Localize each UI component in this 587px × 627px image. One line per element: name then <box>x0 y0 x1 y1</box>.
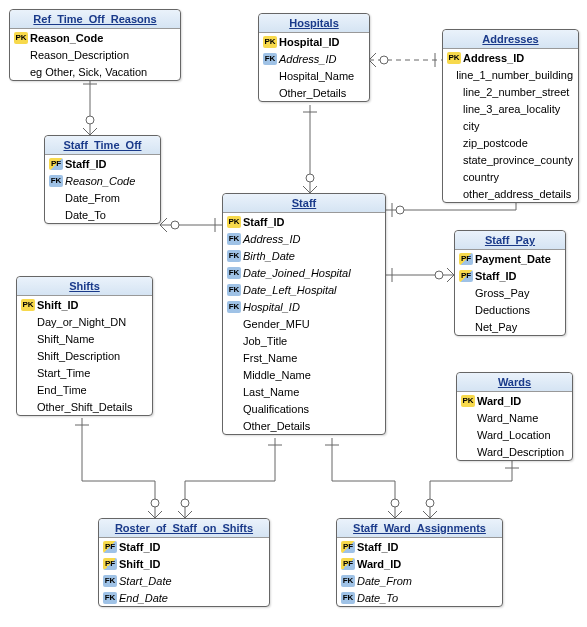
attribute-row: Job_Title <box>223 332 385 349</box>
attribute-row: PKWard_ID <box>457 392 572 409</box>
attribute-name: Ward_Location <box>477 429 567 441</box>
attribute-row: PFStaff_ID <box>99 538 269 555</box>
attribute-name: Ward_ID <box>477 395 567 407</box>
attribute-row: line_3_area_locality <box>443 100 578 117</box>
attribute-row: PKAddress_ID <box>443 49 578 66</box>
entity-staff[interactable]: StaffPKStaff_IDFKAddress_IDFKBirth_DateF… <box>222 193 386 435</box>
attribute-name: Reason_Code <box>65 175 155 187</box>
attribute-name: Job_Title <box>243 335 380 347</box>
svg-point-23 <box>181 499 189 507</box>
attribute-name: Date_Joined_Hospital <box>243 267 380 279</box>
attribute-name: country <box>463 171 573 183</box>
attribute-row: PFWard_ID <box>337 555 502 572</box>
attribute-row: FKAddress_ID <box>259 50 369 67</box>
attribute-row: FKEnd_Date <box>99 589 269 606</box>
attribute-row: FKStart_Date <box>99 572 269 589</box>
entity-staff-time-off[interactable]: Staff_Time_OffPFStaff_IDFKReason_CodeDat… <box>44 135 161 224</box>
attribute-row: FKReason_Code <box>45 172 160 189</box>
attribute-row: line_1_number_building <box>443 66 578 83</box>
entity-title: Shifts <box>17 277 152 296</box>
svg-point-2 <box>86 116 94 124</box>
attribute-row: End_Time <box>17 381 152 398</box>
attribute-row: Ward_Name <box>457 409 572 426</box>
attribute-name: Date_From <box>357 575 497 587</box>
entity-addresses[interactable]: AddressesPKAddress_IDline_1_number_build… <box>442 29 579 203</box>
entity-roster-of-staff-on-shifts[interactable]: Roster_of_Staff_on_ShiftsPFStaff_IDPFShi… <box>98 518 270 607</box>
attribute-row: PFStaff_ID <box>45 155 160 172</box>
entity-title: Ref_Time_Off_Reasons <box>10 10 180 29</box>
attribute-row: PFStaff_ID <box>455 267 565 284</box>
attribute-name: Hospital_Name <box>279 70 364 82</box>
attribute-name: Last_Name <box>243 386 380 398</box>
entity-title: Staff_Time_Off <box>45 136 160 155</box>
attribute-name: Ward_Name <box>477 412 567 424</box>
attribute-row: Shift_Name <box>17 330 152 347</box>
attribute-row: Last_Name <box>223 383 385 400</box>
attribute-name: state_province_county <box>463 154 573 166</box>
entity-staff-pay[interactable]: Staff_PayPFPayment_DatePFStaff_IDGross_P… <box>454 230 566 336</box>
svg-point-28 <box>151 499 159 507</box>
entity-ref-time-off-reasons[interactable]: Ref_Time_Off_ReasonsPKReason_CodeReason_… <box>9 9 181 81</box>
entity-staff-ward-assignments[interactable]: Staff_Ward_AssignmentsPFStaff_IDPFWard_I… <box>336 518 503 607</box>
attribute-name: Date_Left_Hospital <box>243 284 380 296</box>
attribute-row: Gross_Pay <box>455 284 565 301</box>
attribute-name: Qualifications <box>243 403 380 415</box>
attribute-name: Hospital_ID <box>279 36 364 48</box>
attribute-name: Deductions <box>475 304 560 316</box>
attribute-row: PKReason_Code <box>10 29 180 46</box>
attribute-name: Gross_Pay <box>475 287 560 299</box>
attribute-row: PFStaff_ID <box>337 538 502 555</box>
svg-point-12 <box>396 206 404 214</box>
attribute-row: Other_Shift_Details <box>17 398 152 415</box>
attribute-name: Address_ID <box>463 52 573 64</box>
attribute-row: PKShift_ID <box>17 296 152 313</box>
attribute-row: PFPayment_Date <box>455 250 565 267</box>
attribute-row: Other_Details <box>259 84 369 101</box>
attribute-row: Date_From <box>45 189 160 206</box>
entity-wards[interactable]: WardsPKWard_IDWard_NameWard_LocationWard… <box>456 372 573 461</box>
attribute-row: Deductions <box>455 301 565 318</box>
entity-hospitals[interactable]: HospitalsPKHospital_IDFKAddress_IDHospit… <box>258 13 370 102</box>
attribute-name: line_3_area_locality <box>463 103 573 115</box>
attribute-name: Hospital_ID <box>243 301 380 313</box>
attribute-name: Date_From <box>65 192 155 204</box>
attribute-name: Gender_MFU <box>243 318 380 330</box>
entity-title: Addresses <box>443 30 578 49</box>
attribute-row: PKHospital_ID <box>259 33 369 50</box>
attribute-name: Ward_ID <box>357 558 497 570</box>
entity-title: Hospitals <box>259 14 369 33</box>
attribute-name: Date_To <box>65 209 155 221</box>
attribute-name: other_address_details <box>463 188 573 200</box>
attribute-name: Address_ID <box>279 53 364 65</box>
attribute-name: Start_Date <box>119 575 264 587</box>
attribute-name: line_2_number_street <box>463 86 573 98</box>
attribute-name: Net_Pay <box>475 321 560 333</box>
attribute-name: Staff_ID <box>357 541 497 553</box>
attribute-row: zip_postcode <box>443 134 578 151</box>
attribute-row: FKHospital_ID <box>223 298 385 315</box>
attribute-name: line_1_number_building <box>456 69 573 81</box>
attribute-name: Frst_Name <box>243 352 380 364</box>
attribute-row: Hospital_Name <box>259 67 369 84</box>
attribute-name: Reason_Description <box>30 49 175 61</box>
attribute-row: FKAddress_ID <box>223 230 385 247</box>
svg-point-15 <box>435 271 443 279</box>
attribute-row: PFShift_ID <box>99 555 269 572</box>
attribute-name: Staff_ID <box>65 158 155 170</box>
attribute-name: End_Time <box>37 384 147 396</box>
attribute-row: Net_Pay <box>455 318 565 335</box>
attribute-row: Middle_Name <box>223 366 385 383</box>
entity-title: Staff_Ward_Assignments <box>337 519 502 538</box>
attribute-name: Day_or_Night_DN <box>37 316 147 328</box>
entity-shifts[interactable]: ShiftsPKShift_IDDay_or_Night_DNShift_Nam… <box>16 276 153 416</box>
entity-title: Staff_Pay <box>455 231 565 250</box>
attribute-row: FKDate_Joined_Hospital <box>223 264 385 281</box>
attribute-row: FKDate_Left_Hospital <box>223 281 385 298</box>
attribute-row: country <box>443 168 578 185</box>
attribute-name: Shift_Description <box>37 350 147 362</box>
entity-title: Roster_of_Staff_on_Shifts <box>99 519 269 538</box>
attribute-name: Other_Details <box>279 87 364 99</box>
attribute-name: Payment_Date <box>475 253 560 265</box>
attribute-name: Staff_ID <box>243 216 380 228</box>
attribute-row: FKDate_To <box>337 589 502 606</box>
